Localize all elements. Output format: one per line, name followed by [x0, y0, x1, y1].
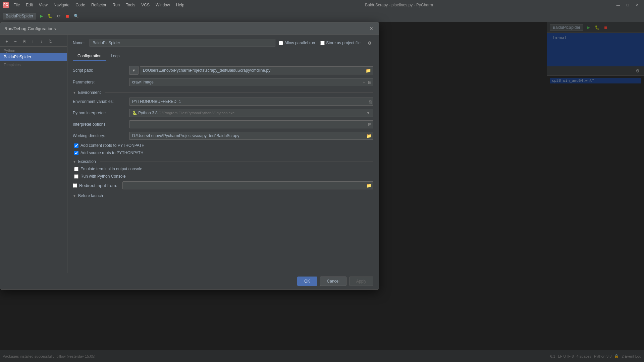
- script-path-input-wrapper: 📁: [140, 66, 373, 74]
- working-dir-input[interactable]: [129, 132, 365, 139]
- store-as-project-file-label[interactable]: Store as project file: [320, 41, 361, 45]
- apply-button[interactable]: Apply: [349, 277, 373, 286]
- redirect-input-checkbox[interactable]: [73, 183, 77, 188]
- add-content-roots-check: Add content roots to PYTHONPATH: [73, 143, 373, 148]
- dialog-title-bar: Run/Debug Configurations ✕: [0, 22, 379, 35]
- emulate-terminal-checkbox[interactable]: [74, 167, 78, 171]
- run-debug-configurations-dialog: Run/Debug Configurations ✕ + − ⎘ ↑ ↓ ⇅: [0, 22, 379, 290]
- store-as-project-file-checkbox[interactable]: [320, 41, 325, 45]
- window-controls: — □ ✕: [614, 2, 641, 8]
- search-everywhere-button[interactable]: 🔍: [72, 12, 80, 20]
- run-button[interactable]: ▶: [38, 12, 45, 20]
- emulate-terminal-label[interactable]: Emulate terminal in output console: [80, 167, 142, 171]
- name-row: Name: Allow parallel run Store as projec…: [73, 39, 373, 47]
- config-item-baidupicspider[interactable]: BaiduPicSpider: [0, 53, 67, 61]
- parameters-input[interactable]: [129, 78, 361, 86]
- menu-edit[interactable]: Edit: [23, 2, 36, 8]
- parameters-label: Parameters:: [73, 80, 126, 84]
- ok-button[interactable]: OK: [297, 277, 317, 286]
- tab-logs[interactable]: Logs: [106, 52, 124, 61]
- move-down-button[interactable]: ↓: [38, 38, 45, 45]
- script-path-dropdown-button[interactable]: ▼: [129, 66, 139, 75]
- config-name-input[interactable]: [90, 39, 275, 47]
- interpreter-options-row: Interpreter options: ⊞: [73, 120, 373, 128]
- name-label: Name:: [73, 41, 86, 45]
- allow-parallel-run-checkbox[interactable]: [279, 41, 283, 45]
- project-file-settings-button[interactable]: ⚙: [366, 39, 373, 47]
- window-title: BaiduScrapy - pipelines.py - PyCharm: [187, 3, 611, 7]
- python-interpreter-select[interactable]: 🐍 Python 3.8 D:\Program Files\Python\Pyt…: [129, 109, 373, 117]
- debug-button[interactable]: 🐛: [46, 12, 54, 20]
- add-content-roots-label[interactable]: Add content roots to PYTHONPATH: [80, 143, 145, 148]
- menu-view[interactable]: View: [36, 2, 50, 8]
- add-config-button[interactable]: +: [3, 38, 10, 45]
- menu-run[interactable]: Run: [110, 2, 122, 8]
- checkbox-group: Allow parallel run Store as project file…: [279, 39, 373, 47]
- menu-bar: File Edit View Navigate Code Refactor Ru…: [11, 2, 187, 8]
- menu-refactor[interactable]: Refactor: [89, 2, 109, 8]
- copy-config-button[interactable]: ⎘: [20, 38, 28, 45]
- script-path-browse-icon[interactable]: 📁: [364, 67, 373, 74]
- redirect-input-label[interactable]: Redirect input from:: [79, 183, 117, 188]
- before-launch-section-header[interactable]: ▼ Before launch: [73, 193, 373, 198]
- run-with-python-console-label[interactable]: Run with Python Console: [80, 174, 126, 179]
- environment-section-header[interactable]: ▼ Environment: [73, 90, 373, 95]
- stop-button[interactable]: ◼: [64, 12, 71, 20]
- dialog-close-button[interactable]: ✕: [368, 25, 375, 32]
- menu-file[interactable]: File: [11, 2, 22, 8]
- dialog-footer: OK Cancel Apply: [0, 273, 379, 289]
- script-path-label: Script path:: [73, 68, 126, 73]
- interpreter-options-input[interactable]: [129, 121, 367, 128]
- minimize-button[interactable]: —: [614, 2, 623, 8]
- tab-configuration[interactable]: Configuration: [73, 52, 106, 61]
- redirect-input-row: Redirect input from: 📁: [73, 181, 373, 189]
- app-logo: TemplatesPC: [3, 2, 9, 8]
- menu-tools[interactable]: Tools: [123, 2, 138, 8]
- working-dir-label: Working directory:: [73, 133, 126, 138]
- script-path-input[interactable]: [140, 67, 364, 74]
- menu-help[interactable]: Help: [173, 2, 187, 8]
- add-content-roots-checkbox[interactable]: [74, 143, 78, 148]
- cancel-button[interactable]: Cancel: [320, 277, 346, 286]
- env-vars-label: Environment variables:: [73, 99, 126, 104]
- parameters-add-icon[interactable]: +: [361, 79, 367, 85]
- env-vars-input[interactable]: [129, 98, 368, 105]
- dialog-left-panel: + − ⎘ ↑ ↓ ⇅ Python BaiduPicSpider Templa…: [0, 35, 67, 273]
- working-dir-browse-icon[interactable]: 📁: [365, 133, 373, 139]
- window-close-button[interactable]: ✕: [633, 2, 641, 8]
- parameters-expand-icon[interactable]: ⊞: [367, 79, 373, 85]
- emulate-terminal-check: Emulate terminal in output console: [73, 167, 373, 171]
- remove-config-button[interactable]: −: [12, 38, 19, 45]
- allow-parallel-run-label[interactable]: Allow parallel run: [279, 41, 315, 45]
- add-source-roots-checkbox[interactable]: [74, 151, 78, 155]
- maximize-button[interactable]: □: [623, 2, 632, 8]
- add-source-roots-label[interactable]: Add source roots to PYTHONPATH: [80, 150, 144, 155]
- execution-collapse-icon: ▼: [73, 160, 76, 164]
- execution-section-header[interactable]: ▼ Execution: [73, 159, 373, 164]
- coverage-button[interactable]: ⟳: [55, 12, 62, 20]
- python-interpreter-label: Python interpreter:: [73, 111, 126, 115]
- dialog-left-toolbar: + − ⎘ ↑ ↓ ⇅: [0, 36, 67, 47]
- before-launch-collapse-icon: ▼: [73, 194, 76, 198]
- move-up-button[interactable]: ↑: [29, 38, 37, 45]
- run-with-python-console-checkbox[interactable]: [74, 174, 78, 179]
- redirect-input-field[interactable]: [123, 182, 365, 189]
- before-launch-section-label: Before launch: [78, 193, 103, 198]
- env-vars-row: Environment variables: ⎘: [73, 98, 373, 106]
- interpreter-options-input-wrapper: ⊞: [129, 120, 373, 128]
- main-area: Run/Debug Configurations ✕ + − ⎘ ↑ ↓ ⇅: [0, 22, 644, 350]
- python-interpreter-arrow-icon: ▼: [366, 111, 370, 115]
- menu-code[interactable]: Code: [73, 2, 88, 8]
- menu-vcs[interactable]: VCS: [139, 2, 152, 8]
- sort-button[interactable]: ⇅: [47, 38, 54, 45]
- env-vars-copy-icon[interactable]: ⎘: [368, 99, 373, 105]
- section-python-label: Python: [0, 47, 67, 53]
- run-with-python-console-check: Run with Python Console: [73, 174, 373, 179]
- interpreter-options-expand-icon[interactable]: ⊞: [367, 121, 373, 128]
- menu-window[interactable]: Window: [153, 2, 173, 8]
- run-config-dropdown[interactable]: BaiduPicSpider: [3, 13, 36, 19]
- dialog-right-panel: Name: Allow parallel run Store as projec…: [67, 35, 379, 273]
- dialog-body: + − ⎘ ↑ ↓ ⇅ Python BaiduPicSpider Templa…: [0, 35, 379, 273]
- redirect-input-browse-icon[interactable]: 📁: [365, 182, 373, 189]
- menu-navigate[interactable]: Navigate: [51, 2, 72, 8]
